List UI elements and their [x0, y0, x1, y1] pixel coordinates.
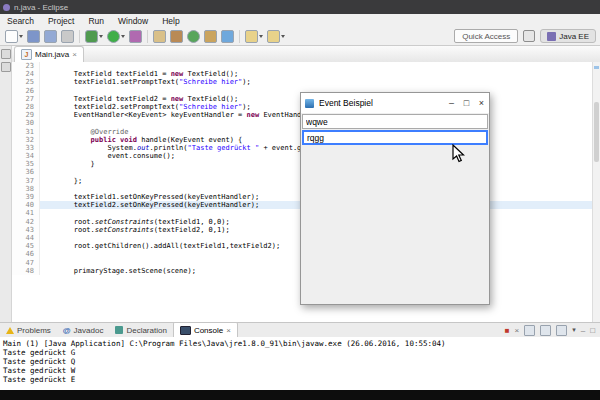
- line-number[interactable]: 41: [12, 209, 40, 217]
- scrollbar-thumb[interactable]: [594, 102, 599, 162]
- code-text[interactable]: TextField textField1 = new TextField();: [40, 70, 592, 78]
- print-icon[interactable]: [61, 30, 74, 43]
- dialog-minimize-icon[interactable]: –: [444, 93, 459, 113]
- tab-declaration[interactable]: Declaration: [109, 323, 172, 337]
- menu-window[interactable]: Window: [111, 16, 155, 26]
- textfield-1[interactable]: [302, 114, 488, 129]
- code-text[interactable]: textField1.setPromptText("Schreibe hier"…: [40, 78, 592, 86]
- quick-access-button[interactable]: Quick Access: [454, 29, 518, 43]
- save-all-icon[interactable]: [44, 30, 57, 43]
- line-number[interactable]: 36: [12, 168, 40, 176]
- line-number[interactable]: 30: [12, 119, 40, 127]
- search-icon[interactable]: [221, 30, 234, 43]
- console-output[interactable]: Main (1) [Java Application] C:\Program F…: [0, 337, 600, 390]
- code-token: textField2.setPromptText(: [40, 103, 179, 111]
- line-number[interactable]: 26: [12, 87, 40, 95]
- line-number[interactable]: 28: [12, 103, 40, 111]
- tab-console-label: Console: [194, 326, 223, 335]
- tab-declaration-label: Declaration: [126, 326, 166, 335]
- line-number[interactable]: 35: [12, 160, 40, 168]
- code-token: new: [171, 70, 184, 78]
- textfield-2[interactable]: [302, 130, 488, 145]
- profile-icon[interactable]: [129, 30, 142, 43]
- minimize-view-icon[interactable]: –: [581, 326, 585, 335]
- forward-icon[interactable]: [267, 30, 280, 43]
- mouse-cursor: [452, 144, 465, 163]
- tab-main-java[interactable]: J Main.java ×: [14, 46, 84, 62]
- code-token: textField1.setOnKeyPressed(keyEventHandl…: [40, 193, 259, 201]
- back-icon[interactable]: [245, 30, 258, 43]
- code-token: [40, 136, 91, 144]
- console-toolbar: ■ × ▾ – □: [505, 323, 595, 337]
- code-line[interactable]: 25 textField1.setPromptText("Schreibe hi…: [12, 78, 592, 86]
- dialog-close-icon[interactable]: ×: [474, 93, 489, 113]
- restore-view-icon[interactable]: [1, 62, 11, 72]
- new-wizard-icon[interactable]: [5, 30, 18, 43]
- line-number[interactable]: 38: [12, 185, 40, 193]
- line-number[interactable]: 27: [12, 95, 40, 103]
- tab-console[interactable]: Console ×: [173, 322, 238, 337]
- new-java-project-icon[interactable]: [153, 30, 166, 43]
- perspective-label: Java EE: [559, 32, 589, 41]
- line-number[interactable]: 48: [12, 267, 40, 275]
- dialog-maximize-icon[interactable]: □: [459, 93, 474, 113]
- remove-launch-icon[interactable]: ×: [515, 326, 520, 335]
- maximize-view-icon[interactable]: □: [590, 326, 595, 335]
- line-number[interactable]: 47: [12, 259, 40, 267]
- code-line[interactable]: 23: [12, 62, 592, 70]
- main-toolbar: Quick Access Java EE: [0, 27, 600, 46]
- line-number[interactable]: 43: [12, 226, 40, 234]
- line-number[interactable]: 31: [12, 128, 40, 136]
- menu-project[interactable]: Project: [41, 16, 81, 26]
- code-token: "Taste gedrückt ": [188, 144, 260, 152]
- line-number[interactable]: 23: [12, 62, 40, 70]
- line-number[interactable]: 42: [12, 218, 40, 226]
- clear-console-icon[interactable]: [524, 325, 535, 336]
- open-console-dropdown-icon[interactable]: ▾: [572, 326, 576, 334]
- line-number[interactable]: 24: [12, 70, 40, 78]
- eclipse-window: n.java - Eclipse Search Project Run Wind…: [0, 0, 600, 400]
- window-titlebar[interactable]: n.java - Eclipse: [0, 0, 600, 14]
- overview-ruler[interactable]: [592, 62, 600, 322]
- tab-javadoc[interactable]: @ Javadoc: [57, 323, 110, 337]
- tab-problems-label: Problems: [17, 326, 51, 335]
- tab-problems[interactable]: Problems: [0, 323, 57, 337]
- code-line[interactable]: 24 TextField textField1 = new TextField(…: [12, 70, 592, 78]
- line-number[interactable]: 45: [12, 242, 40, 250]
- console-line: Taste gedrückt E: [3, 375, 600, 384]
- save-icon[interactable]: [27, 30, 40, 43]
- line-number[interactable]: 39: [12, 193, 40, 201]
- menu-run[interactable]: Run: [81, 16, 111, 26]
- menu-search[interactable]: Search: [0, 16, 41, 26]
- code-token: TextField();: [183, 95, 238, 103]
- code-text[interactable]: [40, 62, 592, 70]
- open-perspective-icon[interactable]: [523, 30, 535, 42]
- line-number[interactable]: 29: [12, 111, 40, 119]
- line-number[interactable]: 25: [12, 78, 40, 86]
- code-token: }: [40, 160, 95, 168]
- line-number[interactable]: 40: [12, 201, 40, 209]
- new-jar-icon[interactable]: [204, 30, 217, 43]
- scroll-lock-icon[interactable]: [540, 325, 551, 336]
- toolbar-separator: [147, 30, 148, 43]
- line-number[interactable]: 34: [12, 152, 40, 160]
- pin-console-icon[interactable]: [556, 325, 567, 336]
- line-number[interactable]: 33: [12, 144, 40, 152]
- line-number[interactable]: 46: [12, 250, 40, 258]
- terminate-icon[interactable]: ■: [505, 326, 510, 335]
- run-icon[interactable]: [107, 30, 120, 43]
- restore-view-icon[interactable]: [1, 49, 11, 59]
- menu-help[interactable]: Help: [155, 16, 186, 26]
- new-class-icon[interactable]: [187, 30, 200, 43]
- new-package-icon[interactable]: [170, 30, 183, 43]
- line-number[interactable]: 44: [12, 234, 40, 242]
- javadoc-icon: @: [63, 326, 71, 335]
- dialog-titlebar[interactable]: Event Beispiel – □ ×: [301, 93, 489, 113]
- event-beispiel-window: Event Beispiel – □ ×: [300, 92, 490, 305]
- perspective-java-ee[interactable]: Java EE: [540, 29, 596, 43]
- close-tab-icon[interactable]: ×: [72, 50, 77, 59]
- line-number[interactable]: 32: [12, 136, 40, 144]
- close-view-icon[interactable]: ×: [226, 326, 231, 335]
- debug-icon[interactable]: [85, 30, 98, 43]
- line-number[interactable]: 37: [12, 177, 40, 185]
